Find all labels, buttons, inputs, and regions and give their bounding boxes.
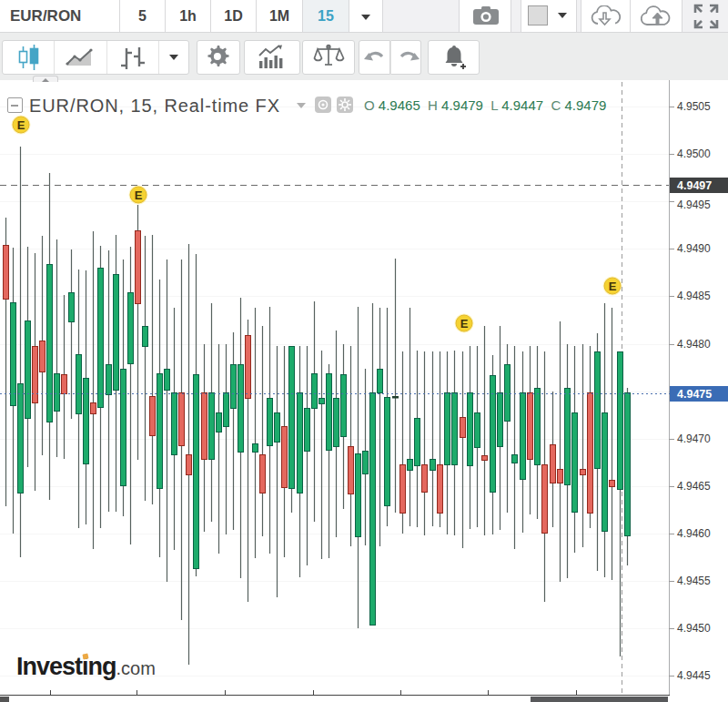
svg-text:4.9490: 4.9490	[677, 242, 711, 255]
svg-text:4.9445: 4.9445	[677, 669, 711, 682]
svg-text:4.9505: 4.9505	[677, 100, 711, 113]
svg-text:4.9497: 4.9497	[677, 179, 712, 192]
svg-text:4.9465: 4.9465	[677, 480, 711, 493]
svg-text:4.9485: 4.9485	[677, 290, 711, 302]
svg-text:E: E	[17, 118, 25, 132]
svg-text:4.9495: 4.9495	[677, 198, 711, 211]
svg-text:4.9450: 4.9450	[677, 622, 711, 635]
svg-text:E: E	[135, 188, 143, 202]
svg-text:E: E	[460, 317, 469, 331]
svg-text:4.9475: 4.9475	[677, 388, 712, 401]
svg-text:4.9455: 4.9455	[677, 575, 711, 587]
svg-text:4.9500: 4.9500	[677, 148, 711, 160]
svg-text:4.9460: 4.9460	[677, 527, 711, 540]
svg-text:4.9470: 4.9470	[677, 432, 711, 445]
svg-text:E: E	[609, 280, 617, 293]
svg-text:4.9480: 4.9480	[677, 338, 711, 351]
